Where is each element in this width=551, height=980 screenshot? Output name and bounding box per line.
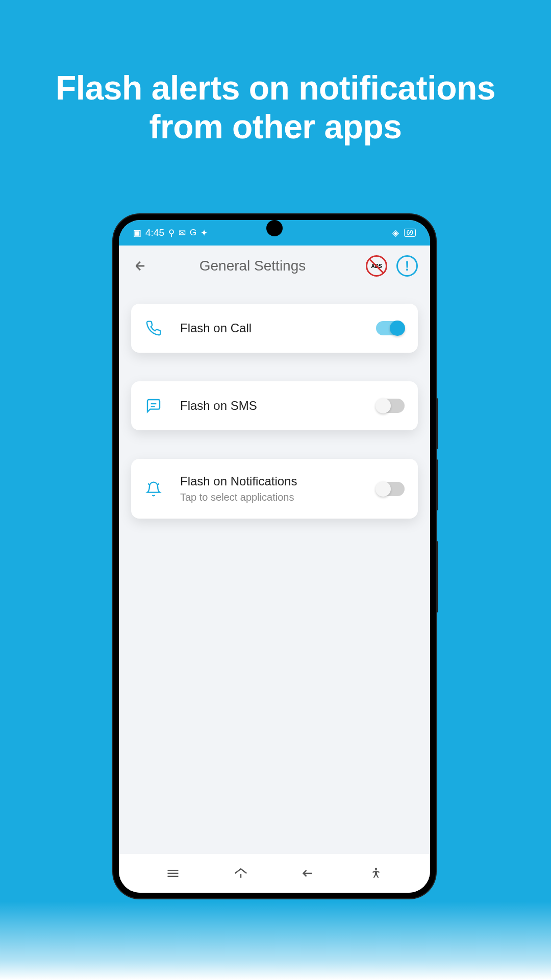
- phone-icon: [144, 319, 163, 337]
- toggle-flash-on-notifications[interactable]: [376, 482, 405, 496]
- toggle-flash-on-call[interactable]: [376, 321, 405, 335]
- status-left: ▣ 4:45 ⚲ ✉ G ✦: [133, 227, 208, 238]
- setting-subtitle: Tap to select applications: [180, 492, 359, 503]
- promo-title: Flash alerts on notifications from other…: [0, 0, 551, 146]
- phone-notch: [266, 220, 283, 236]
- toggle-flash-on-sms[interactable]: [376, 399, 405, 413]
- mail-icon: ✉: [179, 228, 186, 238]
- setting-content: Flash on Call: [180, 321, 359, 335]
- sms-icon: [144, 397, 163, 415]
- back-button[interactable]: [131, 257, 149, 275]
- puzzle-icon: ✦: [201, 228, 208, 238]
- setting-content: Flash on Notifications Tap to select app…: [180, 474, 359, 503]
- setting-flash-on-notifications[interactable]: Flash on Notifications Tap to select app…: [131, 459, 418, 519]
- vibrate-icon: ◈: [392, 228, 399, 238]
- google-icon: G: [190, 228, 196, 238]
- home-icon[interactable]: [231, 863, 251, 884]
- setting-flash-on-sms[interactable]: Flash on SMS: [131, 381, 418, 430]
- setting-title: Flash on Notifications: [180, 474, 359, 488]
- app-header: General Settings ADS !: [119, 246, 430, 286]
- setting-title: Flash on SMS: [180, 399, 359, 413]
- setting-title: Flash on Call: [180, 321, 359, 335]
- phone-frame: ▣ 4:45 ⚲ ✉ G ✦ ◈ 69 General Settings: [113, 214, 436, 898]
- recents-icon[interactable]: [163, 863, 183, 884]
- setting-content: Flash on SMS: [180, 399, 359, 413]
- settings-list: Flash on Call Flash on SMS: [119, 286, 430, 536]
- page-title: General Settings: [147, 258, 358, 274]
- no-ads-icon[interactable]: ADS: [366, 255, 387, 277]
- info-icon[interactable]: !: [396, 255, 418, 277]
- battery-icon: 69: [404, 229, 416, 237]
- volume-down-button: [436, 459, 438, 510]
- volume-up-button: [436, 398, 438, 449]
- bell-icon: [144, 480, 163, 498]
- power-button: [436, 541, 438, 612]
- status-right: ◈ 69: [392, 228, 416, 238]
- nav-bar: [119, 854, 430, 893]
- link-icon: ⚲: [168, 228, 174, 238]
- phone-screen: ▣ 4:45 ⚲ ✉ G ✦ ◈ 69 General Settings: [119, 220, 430, 893]
- back-nav-icon[interactable]: [298, 863, 318, 884]
- doc-icon: ▣: [133, 228, 141, 238]
- status-time: 4:45: [145, 227, 164, 238]
- accessibility-icon[interactable]: [366, 863, 386, 884]
- header-icons: ADS !: [366, 255, 418, 277]
- setting-flash-on-call[interactable]: Flash on Call: [131, 304, 418, 353]
- svg-point-6: [375, 868, 377, 870]
